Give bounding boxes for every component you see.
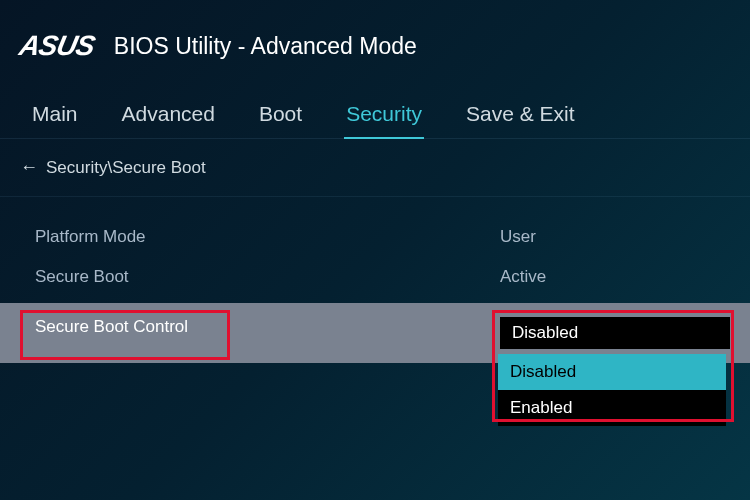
asus-logo: ASUS (17, 30, 98, 62)
secure-boot-label: Secure Boot (35, 267, 500, 287)
dropdown-option-enabled[interactable]: Enabled (498, 390, 726, 426)
setting-secure-boot: Secure Boot Active (0, 257, 750, 297)
breadcrumb: ← Security\Secure Boot (0, 139, 750, 197)
secure-boot-control-select[interactable]: Disabled (500, 317, 730, 349)
page-title: BIOS Utility - Advanced Mode (114, 33, 417, 60)
tab-boot[interactable]: Boot (257, 92, 304, 138)
tab-security[interactable]: Security (344, 92, 424, 138)
back-arrow-icon[interactable]: ← (20, 157, 38, 178)
secure-boot-control-dropdown: Disabled Enabled (498, 354, 726, 426)
tab-bar: Main Advanced Boot Security Save & Exit (0, 82, 750, 139)
header: ASUS BIOS Utility - Advanced Mode (0, 0, 750, 82)
tab-advanced[interactable]: Advanced (120, 92, 217, 138)
breadcrumb-path: Security\Secure Boot (46, 158, 206, 178)
secure-boot-value: Active (500, 267, 715, 287)
secure-boot-control-value: Disabled (500, 317, 730, 349)
platform-mode-value: User (500, 227, 715, 247)
tab-save-exit[interactable]: Save & Exit (464, 92, 577, 138)
settings-content: Platform Mode User Secure Boot Active Se… (0, 197, 750, 363)
setting-platform-mode: Platform Mode User (0, 217, 750, 257)
dropdown-option-disabled[interactable]: Disabled (498, 354, 726, 390)
secure-boot-control-label: Secure Boot Control (35, 317, 500, 349)
tab-main[interactable]: Main (30, 92, 80, 138)
platform-mode-label: Platform Mode (35, 227, 500, 247)
